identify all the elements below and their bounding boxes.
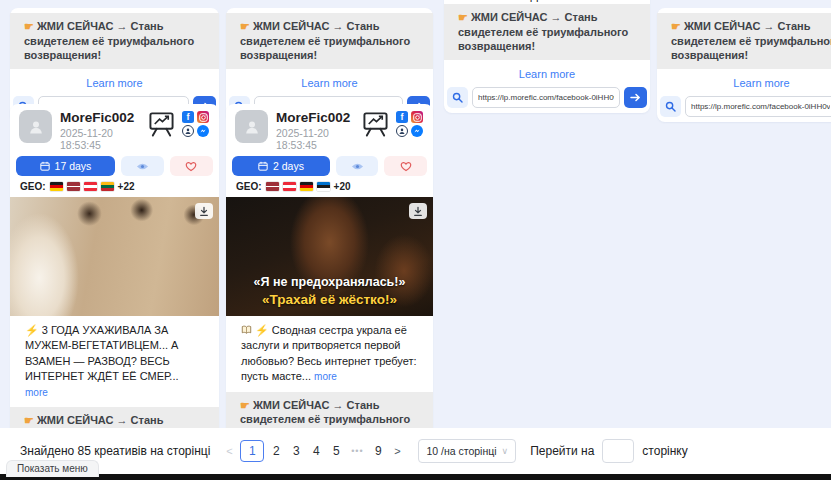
prev-page-button[interactable]: < xyxy=(220,445,238,457)
pages-ellipsis[interactable]: ••• xyxy=(346,446,368,456)
learn-more-link[interactable]: Learn more xyxy=(444,68,650,80)
eye-icon xyxy=(351,162,364,171)
page-button-1[interactable]: 1 xyxy=(240,440,264,462)
calendar-icon xyxy=(40,161,50,171)
analytics-board-icon[interactable] xyxy=(147,111,176,141)
search-button[interactable] xyxy=(447,87,468,108)
days-label: 2 days xyxy=(273,160,304,172)
facebook-icon[interactable]: f xyxy=(396,111,408,123)
page-button-2[interactable]: 2 xyxy=(266,440,286,462)
learn-more-link[interactable]: Learn more xyxy=(226,77,433,89)
days-active-button[interactable]: 17 days xyxy=(16,156,115,176)
geo-more-count[interactable]: +22 xyxy=(118,181,135,192)
download-image-button[interactable] xyxy=(409,203,427,219)
pointing-hand-icon: ☛ xyxy=(24,20,34,32)
results-summary: Знайдено 85 креативів на сторінці xyxy=(20,444,210,458)
page-button-4[interactable]: 4 xyxy=(306,440,326,462)
page-button-3[interactable]: 3 xyxy=(286,440,306,462)
favorite-button[interactable] xyxy=(170,156,213,176)
creative-timestamp: 2025-11-20 18:53:45 xyxy=(276,127,361,151)
download-image-button[interactable] xyxy=(195,203,213,219)
creative-image[interactable]: «Я не предохранялась!» «Трахай её жёстко… xyxy=(226,197,433,316)
more-link[interactable]: more xyxy=(314,371,337,382)
pointing-hand-icon: ☛ xyxy=(240,20,250,32)
flag-estonia-icon xyxy=(317,182,330,191)
audience-network-icon[interactable] xyxy=(182,125,194,137)
messenger-icon[interactable] xyxy=(197,125,209,137)
ad-card-partial-4: ☛ЖМИ СЕЙЧАС → Стань свидетелем её триумф… xyxy=(657,8,831,122)
page-button-9[interactable]: 9 xyxy=(368,440,388,462)
flag-lithuania-icon xyxy=(101,182,114,191)
learn-more-link[interactable]: Learn more xyxy=(10,77,219,89)
creative-image[interactable] xyxy=(10,197,219,316)
facebook-icon[interactable]: f xyxy=(182,111,194,123)
search-icon xyxy=(665,101,676,112)
goto-page-input[interactable] xyxy=(602,439,634,463)
open-url-button[interactable] xyxy=(624,87,647,108)
days-active-button[interactable]: 2 days xyxy=(232,156,330,176)
ad-body-text: ⚡ 3 ГОДА УХАЖИВАЛА ЗА МУЖЕМ-ВЕГЕТАТИВЦЕМ… xyxy=(10,316,219,400)
promo-bar: ☛ЖМИ СЕЙЧАС → Стань свидетелем её триумф… xyxy=(226,13,433,69)
pointing-hand-icon: ☛ xyxy=(240,399,250,411)
chevron-down-icon: ∨ xyxy=(502,446,509,456)
geo-more-count[interactable]: +20 xyxy=(334,181,351,192)
ad-body-text: ⚡ Сводная сестра украла её заслуги и при… xyxy=(226,316,433,385)
analytics-board-icon[interactable] xyxy=(361,111,390,141)
landing-url-input[interactable] xyxy=(472,87,620,108)
flag-austria-icon xyxy=(84,182,97,191)
heart-icon xyxy=(400,161,412,172)
calendar-icon xyxy=(258,161,268,171)
download-icon xyxy=(413,206,423,217)
page-size-value: 10 /на сторінці xyxy=(426,445,496,457)
creative-card-1: MoreFic002 2025-11-20 18:53:45 f 17 days xyxy=(10,104,219,480)
pointing-hand-icon: ☛ xyxy=(458,11,468,23)
learn-more-link[interactable]: Learn more xyxy=(657,77,831,89)
lightning-icon: ⚡ xyxy=(25,324,39,336)
person-icon xyxy=(243,118,261,136)
favorite-button[interactable] xyxy=(384,156,427,176)
instagram-icon[interactable] xyxy=(197,111,209,123)
promo-bar: ☛ЖМИ СЕЙЧАС → Стань свидетелем её триумф… xyxy=(657,13,831,69)
page-size-select[interactable]: 10 /на сторінці ∨ xyxy=(418,439,516,463)
landing-url-input[interactable] xyxy=(685,96,831,117)
promo-bar: ☛ЖМИ СЕЙЧАС → Стань свидетелем её триумф… xyxy=(10,13,219,69)
eye-icon xyxy=(136,162,149,171)
instagram-icon[interactable] xyxy=(411,111,423,123)
views-button[interactable] xyxy=(336,156,379,176)
arrow-right-icon xyxy=(630,93,641,102)
pager: < 1 2 3 4 5 ••• 9 > xyxy=(220,440,406,462)
person-icon xyxy=(27,118,45,136)
pointing-hand-icon: ☛ xyxy=(24,414,34,426)
advertiser-name[interactable]: MoreFic002 xyxy=(60,110,147,125)
promo-text: ЖМИ СЕЙЧАС → Стань свидетелем её триумфа… xyxy=(240,20,410,61)
ad-card-partial-3: ИНТЕРНЕТ ЖДЁТ ЕЁ СМЕР... more ☛ЖМИ СЕЙЧА… xyxy=(444,0,650,113)
flag-germany-icon xyxy=(50,182,63,191)
promo-text: ЖМИ СЕЙЧАС → Стань свидетелем её триумфа… xyxy=(458,11,628,52)
views-button[interactable] xyxy=(121,156,164,176)
goto-page-label: Перейти на xyxy=(530,444,594,458)
heart-icon xyxy=(185,161,197,172)
pagination-bar: Знайдено 85 креативів на сторінці < 1 2 … xyxy=(0,428,831,474)
audience-network-icon[interactable] xyxy=(396,125,408,137)
days-label: 17 days xyxy=(55,160,92,172)
goto-page-suffix: сторінку xyxy=(642,444,687,458)
avatar xyxy=(19,110,52,143)
download-icon xyxy=(199,206,209,217)
search-button[interactable] xyxy=(660,96,681,117)
image-overlay-text: «Я не предохранялась!» «Трахай её жёстко… xyxy=(226,274,433,309)
messenger-icon[interactable] xyxy=(411,125,423,137)
page-button-5[interactable]: 5 xyxy=(326,440,346,462)
more-link[interactable]: more xyxy=(25,387,48,398)
flag-latvia-icon xyxy=(266,182,279,191)
next-page-button[interactable]: > xyxy=(388,445,406,457)
advertiser-name[interactable]: MoreFic002 xyxy=(276,110,361,125)
bottom-dark-bar xyxy=(0,474,831,480)
more-link[interactable]: more xyxy=(615,0,638,2)
pointing-hand-icon: ☛ xyxy=(671,20,681,32)
search-icon xyxy=(452,92,463,103)
show-menu-button[interactable]: Показать меню xyxy=(6,460,99,477)
flag-germany-icon xyxy=(300,182,313,191)
lightning-icon: ⚡ xyxy=(255,324,269,336)
flag-latvia-icon xyxy=(67,182,80,191)
promo-text: ЖМИ СЕЙЧАС → Стань свидетелем её триумфа… xyxy=(24,20,194,61)
